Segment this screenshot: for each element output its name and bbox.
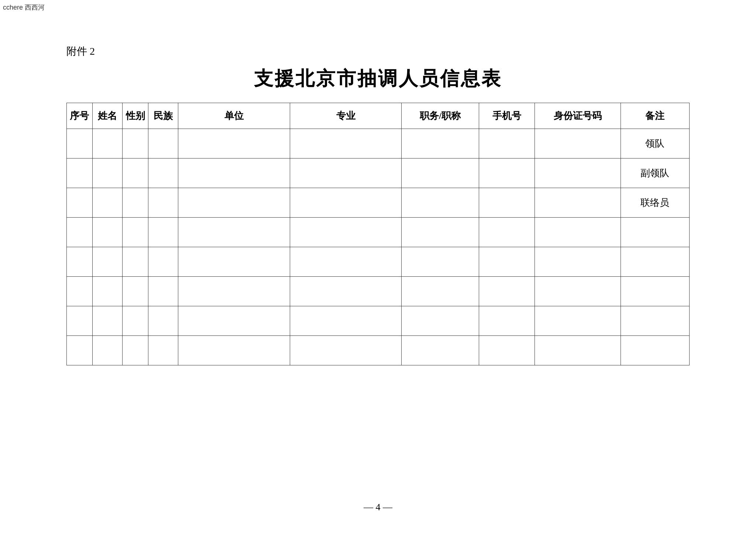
cell-name bbox=[92, 159, 122, 188]
header-unit: 单位 bbox=[178, 103, 290, 129]
cell-remark: 领队 bbox=[621, 129, 689, 159]
cell-phone bbox=[479, 218, 535, 247]
cell-name bbox=[92, 306, 122, 336]
cell-gender bbox=[123, 247, 148, 277]
cell-phone bbox=[479, 306, 535, 336]
cell-major bbox=[290, 277, 401, 306]
cell-gender bbox=[123, 306, 148, 336]
page-number: — 4 — bbox=[364, 502, 392, 512]
cell-unit bbox=[178, 188, 290, 218]
cell-phone bbox=[479, 336, 535, 365]
cell-phone bbox=[479, 159, 535, 188]
table-row bbox=[67, 218, 690, 247]
cell-name bbox=[92, 277, 122, 306]
cell-ethnic bbox=[148, 247, 178, 277]
cell-major bbox=[290, 159, 401, 188]
cell-id bbox=[535, 247, 621, 277]
cell-gender bbox=[123, 277, 148, 306]
cell-id bbox=[535, 129, 621, 159]
cell-position bbox=[402, 247, 479, 277]
cell-phone bbox=[479, 277, 535, 306]
table-row bbox=[67, 306, 690, 336]
cell-seq bbox=[67, 129, 93, 159]
cell-remark bbox=[621, 247, 689, 277]
cell-phone bbox=[479, 129, 535, 159]
cell-id bbox=[535, 277, 621, 306]
cell-remark bbox=[621, 218, 689, 247]
cell-id bbox=[535, 218, 621, 247]
cell-name bbox=[92, 336, 122, 365]
cell-ethnic bbox=[148, 306, 178, 336]
header-id: 身份证号码 bbox=[535, 103, 621, 129]
header-gender: 性别 bbox=[123, 103, 148, 129]
header-name: 姓名 bbox=[92, 103, 122, 129]
cell-remark: 副领队 bbox=[621, 159, 689, 188]
cell-gender bbox=[123, 188, 148, 218]
cell-major bbox=[290, 247, 401, 277]
attachment-label: 附件 2 bbox=[66, 44, 690, 58]
cell-position bbox=[402, 336, 479, 365]
cell-gender bbox=[123, 159, 148, 188]
cell-phone bbox=[479, 188, 535, 218]
cell-position bbox=[402, 159, 479, 188]
cell-major bbox=[290, 218, 401, 247]
cell-id bbox=[535, 306, 621, 336]
cell-id bbox=[535, 159, 621, 188]
cell-position bbox=[402, 188, 479, 218]
cell-major bbox=[290, 188, 401, 218]
cell-ethnic bbox=[148, 129, 178, 159]
cell-unit bbox=[178, 129, 290, 159]
cell-unit bbox=[178, 159, 290, 188]
table-row bbox=[67, 247, 690, 277]
cell-unit bbox=[178, 336, 290, 365]
header-ethnic: 民族 bbox=[148, 103, 178, 129]
cell-seq bbox=[67, 336, 93, 365]
cell-name bbox=[92, 218, 122, 247]
cell-id bbox=[535, 188, 621, 218]
cell-remark bbox=[621, 336, 689, 365]
cell-name bbox=[92, 129, 122, 159]
cell-position bbox=[402, 277, 479, 306]
cell-gender bbox=[123, 129, 148, 159]
cell-position bbox=[402, 129, 479, 159]
cell-remark: 联络员 bbox=[621, 188, 689, 218]
header-phone: 手机号 bbox=[479, 103, 535, 129]
cell-seq bbox=[67, 277, 93, 306]
info-table: 序号 姓名 性别 民族 单位 专业 职务/职称 手机号 身份证号码 备注 领队副… bbox=[66, 103, 690, 365]
cell-seq bbox=[67, 247, 93, 277]
cell-phone bbox=[479, 247, 535, 277]
cell-seq bbox=[67, 159, 93, 188]
cell-id bbox=[535, 336, 621, 365]
table-row bbox=[67, 277, 690, 306]
header-seq: 序号 bbox=[67, 103, 93, 129]
cell-unit bbox=[178, 218, 290, 247]
cell-unit bbox=[178, 277, 290, 306]
header-position: 职务/职称 bbox=[402, 103, 479, 129]
cell-unit bbox=[178, 247, 290, 277]
cell-ethnic bbox=[148, 218, 178, 247]
watermark: cchere 西西河 bbox=[3, 3, 45, 12]
cell-major bbox=[290, 306, 401, 336]
cell-ethnic bbox=[148, 188, 178, 218]
table-row: 副领队 bbox=[67, 159, 690, 188]
cell-name bbox=[92, 188, 122, 218]
table-row: 联络员 bbox=[67, 188, 690, 218]
table-row bbox=[67, 336, 690, 365]
cell-gender bbox=[123, 218, 148, 247]
cell-unit bbox=[178, 306, 290, 336]
cell-name bbox=[92, 247, 122, 277]
cell-remark bbox=[621, 306, 689, 336]
cell-seq bbox=[67, 306, 93, 336]
cell-seq bbox=[67, 218, 93, 247]
cell-position bbox=[402, 306, 479, 336]
cell-ethnic bbox=[148, 159, 178, 188]
cell-position bbox=[402, 218, 479, 247]
cell-gender bbox=[123, 336, 148, 365]
table-header-row: 序号 姓名 性别 民族 单位 专业 职务/职称 手机号 身份证号码 备注 bbox=[67, 103, 690, 129]
table-row: 领队 bbox=[67, 129, 690, 159]
cell-seq bbox=[67, 188, 93, 218]
cell-ethnic bbox=[148, 277, 178, 306]
page-title: 支援北京市抽调人员信息表 bbox=[66, 66, 690, 92]
header-remark: 备注 bbox=[621, 103, 689, 129]
cell-ethnic bbox=[148, 336, 178, 365]
